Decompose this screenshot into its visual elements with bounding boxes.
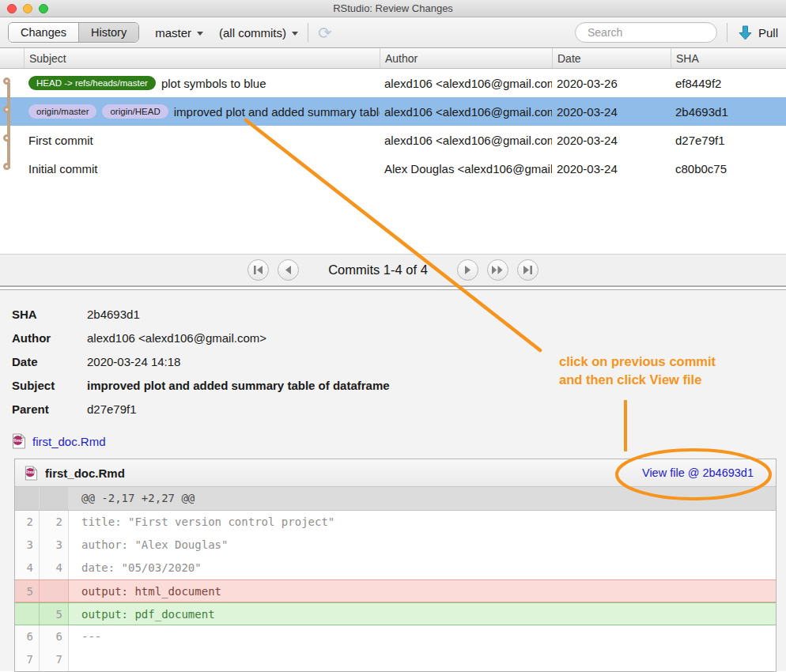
history-rows: HEAD -> refs/heads/masterplot symbols to… [0,69,786,183]
diff-card: Rmd first_doc.Rmd View file @ 2b4693d1 @… [14,459,777,672]
diff-line: 5output: html_document [15,580,776,602]
sha-column-header[interactable]: SHA [671,48,786,68]
detail-label: Subject [12,374,87,398]
detail-row: SHA2b4693d1 [0,303,786,327]
diff-file-name: first_doc.Rmd [45,466,125,480]
commit-date: 2020-03-26 [552,77,671,90]
commit-row[interactable]: HEAD -> refs/heads/masterplot symbols to… [0,69,786,97]
old-line-number: 6 [15,625,40,648]
diff-line-text: --- [69,625,776,648]
new-line-number [40,580,69,602]
diff-line: 66--- [15,625,776,648]
chevron-down-icon [197,32,203,36]
history-tab[interactable]: History [78,23,138,42]
previous-commits-button[interactable] [278,259,299,281]
subject-column-header[interactable]: Subject [24,48,380,68]
hunk-header-text: @@ -2,17 +2,27 @@ [69,487,776,510]
changes-tab[interactable]: Changes [9,23,78,42]
new-line-number: 7 [40,648,69,671]
commits-filter-label: (all commits) [219,26,286,40]
search-input[interactable] [588,26,731,39]
toolbar-separator [308,23,308,42]
detail-row: Authoralexd106 <alexd106@gmail.com> [0,327,786,350]
detail-label: Author [12,327,87,350]
commit-date: 2020-03-24 [552,134,671,147]
diff-line: 33author: "Alex Douglas" [15,534,776,557]
next-commits-button[interactable] [457,259,478,281]
svg-text:Rmd: Rmd [26,470,35,474]
detail-label: Date [12,350,87,374]
search-box[interactable] [575,22,717,43]
hunk-header-row: @@ -2,17 +2,27 @@ [15,487,776,511]
commit-sha: d27e79f1 [671,134,786,147]
commit-node-icon [3,106,10,113]
first-commits-button[interactable] [248,259,269,281]
detail-rows: SHA2b4693d1Authoralexd106 <alexd106@gmai… [0,303,786,421]
svg-text:Rmd: Rmd [13,438,23,443]
commit-subject: First commit [24,134,380,147]
detail-value: 2020-03-24 14:18 [87,350,180,374]
commit-row[interactable]: First commitalexd106 <alexd106@gmail.com… [0,126,786,154]
first-commits-icon [253,266,263,274]
detail-row: Parentd27e79f1 [0,398,786,421]
commit-subject: Initial commit [24,162,380,176]
commits-filter-dropdown[interactable]: (all commits) [219,26,298,40]
graph-line [7,83,10,97]
branch-dropdown[interactable]: master [155,26,203,40]
detail-value: improved plot and added summary table of… [87,374,390,398]
close-window-icon[interactable] [7,4,17,13]
fast-forward-commits-button[interactable] [487,259,508,281]
diff-line-text: output: html_document [69,580,776,602]
pagination-label: Commits 1-4 of 4 [328,262,428,277]
old-line-number: 4 [15,557,40,580]
diff-line-text: output: pdf_document [69,603,776,625]
commit-node-icon [3,163,10,170]
commit-author: alexd106 <alexd106@gmail.com> [380,105,552,119]
history-table-header: Subject Author Date SHA [0,48,786,69]
window-title: RStudio: Review Changes [0,0,786,17]
pull-button[interactable]: Pull [739,25,778,40]
toolbar-separator [727,23,727,42]
author-column-header[interactable]: Author [380,48,552,68]
refresh-icon[interactable]: ⟳ [318,25,332,41]
diff-line: 44date: "05/03/2020" [15,557,776,580]
view-file-link[interactable]: View file @ 2b4693d1 [642,466,754,479]
detail-row: Subjectimproved plot and added summary t… [0,374,786,398]
commit-row[interactable]: Initial commitAlex Douglas <alexd106@gma… [0,154,786,183]
branch-label: master [155,26,191,40]
changed-file-row: Rmd first_doc.Rmd [12,433,786,449]
last-commits-icon [523,266,533,274]
detail-value: d27e79f1 [87,398,137,421]
fast-forward-commits-icon [492,266,503,274]
branch-badge: origin/master [28,104,96,119]
commit-author: alexd106 <alexd106@gmail.com> [380,134,552,147]
file-link[interactable]: first_doc.Rmd [32,435,106,448]
pull-label: Pull [758,26,778,40]
commit-sha: ef8449f2 [671,77,786,90]
commit-row[interactable]: origin/masterorigin/HEADimproved plot an… [0,97,786,126]
commit-graph [0,126,24,154]
commit-author: alexd106 <alexd106@gmail.com> [380,77,552,90]
pagination-bar: Commits 1-4 of 4 [0,254,786,286]
commit-sha: 2b4693d1 [671,105,786,119]
commit-subject: HEAD -> refs/heads/masterplot symbols to… [24,76,380,90]
diff-line: 77 [15,648,776,671]
new-line-number: 3 [40,534,69,557]
date-column-header[interactable]: Date [552,48,671,68]
commit-date: 2020-03-24 [552,105,671,119]
old-line-number: 5 [15,580,40,602]
rmd-file-icon: Rmd [12,433,26,449]
toolbar: Changes History master (all commits) ⟳ P… [0,17,786,48]
commit-author: Alex Douglas <alexd106@gmail.com> [380,162,552,176]
chevron-down-icon [292,32,298,36]
last-commits-button[interactable] [517,259,538,281]
minimize-window-icon[interactable] [23,4,32,13]
diff-line-text: author: "Alex Douglas" [69,534,776,557]
commit-graph [0,69,24,97]
new-line-number: 6 [40,625,69,648]
diff-line-text: date: "05/03/2020" [69,557,776,580]
zoom-window-icon[interactable] [39,4,48,13]
detail-row: Date2020-03-24 14:18 [0,350,786,374]
next-commits-icon [464,266,471,274]
branch-badge: HEAD -> refs/heads/master [28,76,156,90]
